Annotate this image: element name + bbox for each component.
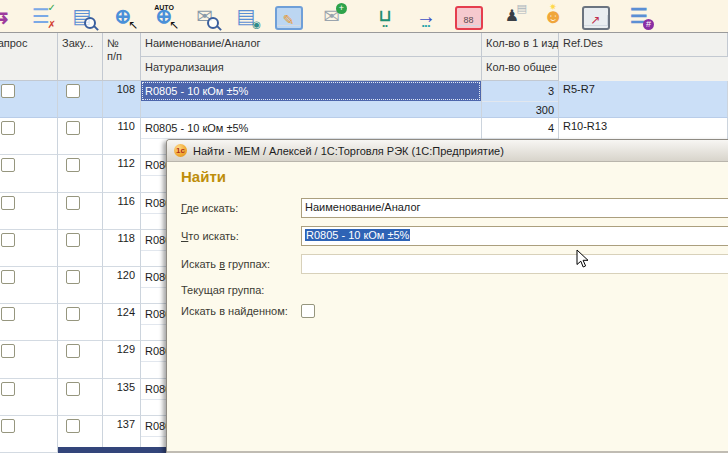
presenter-icon[interactable]: ♟▤ (500, 3, 524, 30)
name-cell[interactable]: R0805 - 10 кОм ±5% (141, 81, 482, 118)
purchase-checkbox[interactable] (66, 419, 80, 433)
header-qty-total[interactable]: Кол-во общее (482, 57, 559, 81)
request-cell[interactable] (0, 304, 58, 341)
name-value[interactable]: R0805 - 10 кОм ±5% (141, 81, 481, 101)
purchase-cell[interactable] (58, 267, 103, 304)
request-checkbox[interactable] (1, 344, 15, 358)
row-number-cell[interactable]: 116 (103, 193, 141, 230)
request-checkbox[interactable] (1, 233, 15, 247)
calculator-icon[interactable]: 88 (455, 6, 483, 30)
refdes-cell[interactable]: R5-R7 (559, 81, 728, 118)
request-cell[interactable] (0, 267, 58, 304)
request-checkbox[interactable] (1, 121, 15, 135)
request-checkbox[interactable] (1, 158, 15, 172)
purchase-cell[interactable] (58, 379, 103, 416)
request-checkbox[interactable] (1, 419, 15, 433)
search-in-found-checkbox[interactable] (301, 304, 315, 318)
current-group-label: Текущая группа: (181, 284, 301, 296)
request-cell[interactable] (0, 155, 58, 192)
purchase-cell[interactable] (58, 81, 103, 118)
purchase-checkbox[interactable] (66, 158, 80, 172)
list-view-icon[interactable]: ▤◉ (234, 3, 258, 30)
globe-cursor-icon[interactable]: ⊕↖ (111, 3, 135, 30)
where-field[interactable]: Наименование/Аналог (301, 198, 728, 218)
idea-icon[interactable]: ☻✷ (541, 3, 565, 30)
row-number-cell[interactable]: 124 (103, 304, 141, 341)
header-row-number[interactable]: № п/п (103, 33, 141, 81)
row-number-cell[interactable]: 112 (103, 155, 141, 192)
qty-total-value[interactable]: 300 (482, 102, 558, 118)
row-number-cell[interactable]: 110 (103, 118, 141, 155)
header-name[interactable]: Наименование/Аналог (141, 33, 482, 57)
request-cell[interactable] (0, 341, 58, 378)
note-edit-icon[interactable]: ✎ (275, 6, 303, 30)
purchase-checkbox[interactable] (66, 307, 80, 321)
presentation-chart-icon[interactable]: ↗ (582, 6, 610, 30)
request-cell[interactable] (0, 416, 58, 453)
purchase-checkbox[interactable] (66, 270, 80, 284)
mail-search-icon[interactable]: ✉ (193, 3, 217, 30)
qty-per-unit-value[interactable]: 3 (482, 81, 558, 102)
row-number-cell[interactable]: 135 (103, 379, 141, 416)
header-naturalization[interactable]: Натурализация (141, 57, 482, 81)
request-cell[interactable] (0, 379, 58, 416)
request-checkbox[interactable] (1, 196, 15, 210)
header-qty-per-unit[interactable]: Кол-во в 1 изд (482, 33, 559, 57)
dialog-body: Найти Где искать:Наименование/АналогЧто … (167, 162, 728, 320)
where-field-label: Где искать: (181, 202, 301, 214)
checklist-icon[interactable]: ☰✓✗ (29, 3, 53, 30)
cart-icon[interactable]: ⊔•• (373, 3, 397, 30)
arrow-flow-icon[interactable]: →••• (414, 3, 438, 30)
qty-per-unit-value[interactable]: 4 (482, 118, 558, 139)
globe-auto-icon[interactable]: ⊕AUTO↖ (152, 3, 176, 30)
sync-arrows-icon[interactable]: ⇆ (0, 3, 12, 30)
1c-app-icon: 1с (174, 144, 187, 157)
purchase-cell[interactable] (58, 193, 103, 230)
qty-cell[interactable]: 3300 (482, 81, 559, 118)
find-dialog: 1с Найти - MEM / Алексей / 1С:Торговля Р… (166, 139, 728, 453)
request-cell[interactable] (0, 193, 58, 230)
what-field[interactable]: R0805 - 10 кОм ±5% (301, 226, 728, 246)
request-checkbox[interactable] (1, 84, 15, 98)
table-header: Запрос Заку... № п/п Наименование/Аналог… (0, 33, 728, 81)
request-checkbox[interactable] (1, 307, 15, 321)
request-checkbox[interactable] (1, 382, 15, 396)
dialog-titlebar[interactable]: 1с Найти - MEM / Алексей / 1С:Торговля Р… (167, 140, 728, 162)
row-number-cell[interactable]: 118 (103, 230, 141, 267)
what-field-label: Что искать: (181, 230, 301, 242)
request-checkbox[interactable] (1, 270, 15, 284)
purchase-checkbox[interactable] (66, 196, 80, 210)
form-row-search-in-found-checkbox: Искать в найденном: (181, 301, 728, 320)
purchase-cell[interactable] (58, 230, 103, 267)
mail-add-icon[interactable]: ✉+ (320, 3, 344, 30)
list-search-icon[interactable]: ▤ (70, 3, 94, 30)
naturalization-subcell[interactable] (141, 101, 481, 118)
list-hash-icon[interactable]: ☰# (627, 3, 651, 30)
name-value[interactable]: R0805 - 10 кОм ±5% (141, 118, 481, 139)
header-purchase[interactable]: Заку... (58, 33, 103, 81)
purchase-cell[interactable] (58, 341, 103, 378)
header-request[interactable]: Запрос (0, 33, 58, 81)
purchase-cell[interactable] (58, 304, 103, 341)
row-number-cell[interactable]: 129 (103, 341, 141, 378)
header-row-number-bottom: п/п (107, 50, 137, 63)
purchase-cell[interactable] (58, 118, 103, 155)
toolbar: ⇆☰✓✗▤⊕↖⊕AUTO↖✉▤◉✎✉+⊔••→•••88♟▤☻✷↗☰# (0, 0, 728, 33)
row-number-cell[interactable]: 108 (103, 81, 141, 118)
request-cell[interactable] (0, 230, 58, 267)
selected-text: R0805 - 10 кОм ±5% (305, 229, 410, 241)
purchase-checkbox[interactable] (66, 382, 80, 396)
purchase-checkbox[interactable] (66, 121, 80, 135)
dialog-form: Где искать:Наименование/АналогЧто искать… (181, 198, 728, 320)
header-refdes[interactable]: Ref.Des (559, 33, 728, 57)
purchase-checkbox[interactable] (66, 344, 80, 358)
request-cell[interactable] (0, 81, 58, 118)
groups-field[interactable] (301, 254, 728, 274)
request-cell[interactable] (0, 118, 58, 155)
purchase-checkbox[interactable] (66, 233, 80, 247)
row-number-cell[interactable]: 120 (103, 267, 141, 304)
table-row[interactable]: 108R0805 - 10 кОм ±5%3300R5-R7 (0, 81, 728, 118)
purchase-checkbox[interactable] (66, 84, 80, 98)
dialog-title: Найти - MEM / Алексей / 1С:Торговля РЭК … (193, 145, 504, 157)
purchase-cell[interactable] (58, 155, 103, 192)
